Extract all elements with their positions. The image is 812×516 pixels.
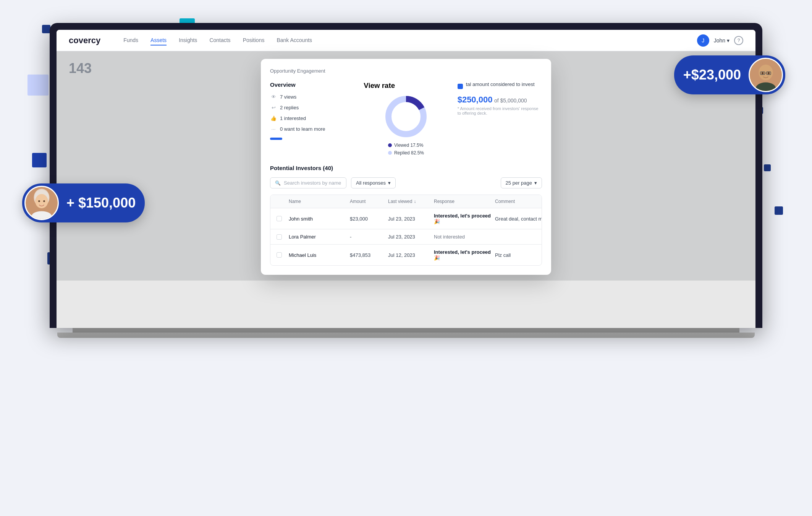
table-controls: 🔍 Search investors by name All responses… (270, 177, 542, 188)
donut-legend: Viewed 17.5% Replied 82.5% (388, 143, 424, 156)
legend-viewed: Viewed 17.5% (388, 143, 424, 148)
nav-item-bank-accounts[interactable]: Bank Accounts (277, 36, 312, 45)
chevron-down-icon-perpage: ▾ (534, 180, 537, 186)
legend-viewed-label: Viewed 17.5% (394, 143, 424, 148)
svg-point-15 (43, 200, 45, 202)
svg-point-8 (762, 72, 764, 75)
donut-chart (383, 94, 429, 140)
modal-title: Opportunity Engagement (270, 68, 542, 74)
nav-right: J John ▾ ? (697, 34, 743, 47)
reply-icon: ↩ (270, 104, 277, 111)
row-response-3: Interested, let's proceed 🎉 (434, 249, 495, 261)
row-response-1: Interested, let's proceed 🎉 (434, 213, 495, 224)
row-last-viewed-2: Jul 23, 2023 (388, 234, 434, 240)
amount-highlight: $250,000 (458, 95, 493, 104)
nav-item-positions[interactable]: Positions (243, 36, 265, 45)
search-placeholder-text: Search investors by name (284, 180, 341, 186)
row-amount-1: $23,000 (350, 216, 388, 222)
nav-item-insights[interactable]: Insights (179, 36, 197, 45)
row-amount-2: - (350, 234, 388, 240)
badge-top-right-amount: +$23,000 (683, 63, 749, 87)
overview-heading: Overview (270, 81, 354, 88)
stat-learn-label: 0 want to learn more (280, 126, 325, 132)
avatar-illustration (750, 58, 782, 92)
th-amount: Amount (350, 199, 388, 204)
amount-value: $250,000 of $5,000,000 (458, 95, 542, 105)
th-response: Response (434, 199, 495, 204)
laptop-screen: covercy Funds Assets Insights Contacts P… (50, 23, 762, 328)
legend-dot-viewed (388, 143, 392, 147)
nav-item-funds[interactable]: Funds (123, 36, 138, 45)
row-comment-3: Plz call (495, 252, 542, 258)
stat-views-label: 7 views (280, 94, 296, 100)
overview-section: Overview 👁 7 views ↩ 2 replies (270, 81, 354, 156)
deco-square-8 (775, 206, 783, 215)
investors-heading: Potential Investors (40) (270, 165, 542, 171)
nav-help-button[interactable]: ? (734, 36, 743, 45)
nav-username[interactable]: John ▾ (714, 37, 730, 44)
legend-replied-label: Replied 82.5% (394, 150, 424, 156)
th-name: Name (289, 199, 350, 204)
th-last-viewed[interactable]: Last viewed ↓ (388, 199, 434, 204)
thumbs-up-icon: 👍 (270, 115, 277, 122)
eye-icon: 👁 (270, 93, 277, 100)
laptop-frame: covercy Funds Assets Insights Contacts P… (50, 23, 762, 485)
deco-square-3 (27, 75, 49, 96)
deco-square-1 (42, 25, 50, 33)
nav-items-list: Funds Assets Insights Contacts Positions… (123, 36, 681, 45)
amount-note: * Amount received from investors' respon… (458, 106, 542, 115)
row-amount-3: $473,853 (350, 252, 388, 258)
deco-square-7 (764, 164, 771, 171)
per-page-selector[interactable]: 25 per page ▾ (501, 177, 542, 188)
stat-highlight-bar (270, 138, 282, 140)
opportunity-engagement-modal: Opportunity Engagement Overview 👁 7 view… (261, 59, 551, 275)
modal-overlay: Opportunity Engagement Overview 👁 7 view… (57, 51, 755, 281)
avatar-illustration-2 (26, 186, 58, 220)
more-icon: ··· (270, 125, 277, 132)
modal-top-grid: Overview 👁 7 views ↩ 2 replies (270, 81, 542, 156)
investors-section: Potential Investors (40) 🔍 Search invest… (270, 165, 542, 266)
investor-search-box[interactable]: 🔍 Search investors by name (270, 177, 346, 188)
row-name-2: Lora Palmer (289, 234, 350, 240)
table-row: Lora Palmer - Jul 23, 2023 Not intereste… (270, 229, 542, 245)
nav-item-assets[interactable]: Assets (150, 36, 167, 45)
page-background: 143 Opportunity Engagement Overview (57, 51, 755, 281)
app-navbar: covercy Funds Assets Insights Contacts P… (57, 30, 755, 51)
row-name-3: Michael Luis (289, 252, 350, 258)
view-rate-heading: View rate (364, 81, 395, 90)
table-header: Name Amount Last viewed ↓ Response Comme… (270, 195, 542, 208)
amount-icon (458, 84, 463, 89)
laptop-bottom (57, 333, 755, 338)
investors-table: Name Amount Last viewed ↓ Response Comme… (270, 195, 542, 266)
avatar-bottom-left (24, 186, 59, 220)
view-rate-section: View rate (364, 81, 448, 156)
row-checkbox-2[interactable] (277, 234, 289, 240)
table-row: John smith $23,000 Jul 23, 2023 Interest… (270, 208, 542, 229)
table-row: Michael Luis $473,853 Jul 12, 2023 Inter… (270, 245, 542, 265)
badge-bottom-left: + $150,000 (22, 183, 145, 222)
th-comment: Comment (495, 199, 542, 204)
badge-top-right: +$23,000 (674, 55, 785, 94)
nav-item-contacts[interactable]: Contacts (209, 36, 230, 45)
row-checkbox-1[interactable] (277, 216, 289, 221)
stat-replies: ↩ 2 replies (270, 104, 354, 111)
total-amount-heading: tal amount considered to invest (466, 81, 535, 87)
search-icon: 🔍 (275, 180, 281, 186)
laptop-hinge (73, 328, 739, 333)
row-checkbox-3[interactable] (277, 252, 289, 258)
stat-learn-more: ··· 0 want to learn more (270, 125, 354, 132)
overview-stats: 👁 7 views ↩ 2 replies 👍 (270, 93, 354, 140)
stat-interested-label: 1 interested (280, 115, 306, 121)
legend-replied: Replied 82.5% (388, 150, 424, 156)
chevron-down-icon: ▾ (388, 180, 391, 186)
badge-bottom-left-amount: + $150,000 (59, 191, 136, 215)
row-last-viewed-1: Jul 23, 2023 (388, 216, 434, 222)
row-last-viewed-3: Jul 12, 2023 (388, 252, 434, 258)
row-name-1: John smith (289, 216, 350, 222)
amount-of: of $5,000,000 (494, 97, 527, 104)
sort-icon: ↓ (414, 199, 416, 204)
all-responses-filter[interactable]: All responses ▾ (351, 177, 396, 188)
row-response-2: Not interested (434, 234, 495, 240)
th-checkbox (277, 199, 289, 204)
app-logo: covercy (69, 36, 100, 45)
